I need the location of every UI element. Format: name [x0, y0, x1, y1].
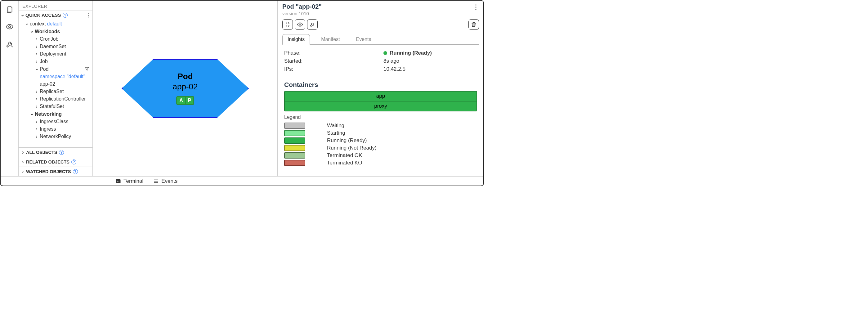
pod-name: app-02 — [173, 82, 198, 92]
section-quick-access[interactable]: QUICK ACCESS ? ⋮ — [19, 10, 92, 19]
status-bar: Terminal Events — [1, 176, 483, 185]
section-watched-objects[interactable]: WATCHED OBJECTS ? — [19, 167, 92, 176]
chevron-right-icon — [35, 36, 38, 42]
tab-manifest[interactable]: Manifest — [316, 34, 345, 44]
legend-swatch — [284, 160, 305, 166]
tools-icon[interactable] — [5, 40, 14, 49]
help-icon[interactable]: ? — [71, 159, 76, 164]
eye-icon[interactable] — [5, 22, 14, 31]
details-menu-icon[interactable]: ⋮ — [473, 3, 479, 10]
tree-item-ingress[interactable]: Ingress — [21, 125, 91, 133]
section-related-objects[interactable]: RELATED OBJECTS ? — [19, 157, 92, 167]
explorer-title: EXPLORER — [19, 1, 92, 10]
legend-row: Running (Not Ready) — [284, 144, 477, 152]
chevron-right-icon — [35, 89, 38, 94]
collapsed-sections: ALL OBJECTS ? RELATED OBJECTS ? WATCHED … — [19, 147, 92, 176]
tree-item-daemonset[interactable]: DaemonSet — [21, 43, 91, 50]
kv-ips: IPs: 10.42.2.5 — [284, 65, 477, 73]
legend-row: Waiting — [284, 122, 477, 129]
list-icon — [153, 178, 159, 184]
status-terminal[interactable]: Terminal — [115, 178, 143, 184]
legend-swatch — [284, 130, 305, 136]
chevron-right-icon — [21, 150, 25, 155]
tree-item-label: ReplicationController — [40, 96, 86, 102]
tree-group-networking[interactable]: Networking — [21, 110, 91, 118]
tree-item-label: Job — [40, 59, 48, 64]
containers-list: app proxy — [284, 91, 477, 111]
tree-item-replicaset[interactable]: ReplicaSet — [21, 88, 91, 95]
pod-node[interactable]: Pod app-02 A P — [122, 59, 249, 118]
legend-row: Terminated OK — [284, 152, 477, 159]
watch-button[interactable] — [295, 19, 305, 30]
tree-item-cronjob[interactable]: CronJob — [21, 35, 91, 43]
chevron-right-icon — [35, 96, 38, 102]
chevron-right-icon — [35, 44, 38, 49]
help-icon[interactable]: ? — [73, 169, 78, 174]
tree-item-app-02[interactable]: app-02 — [21, 80, 91, 88]
kv-key: Started: — [284, 58, 380, 64]
chevron-right-icon — [35, 126, 38, 132]
details-panel: Pod "app-02" version 1010 ⋮ — [277, 1, 483, 176]
context-name[interactable]: default — [47, 21, 62, 27]
group-label: Networking — [35, 111, 62, 117]
tree-item-label: Ingress — [40, 126, 56, 132]
legend-row: Running (Ready) — [284, 137, 477, 144]
status-events[interactable]: Events — [153, 178, 178, 184]
legend-label: Terminated KO — [327, 160, 362, 166]
legend-swatch — [284, 138, 305, 144]
chevron-right-icon — [35, 59, 38, 64]
pod-badge-p: P — [185, 97, 193, 104]
activity-bar — [1, 1, 19, 176]
edit-button[interactable] — [307, 19, 318, 30]
tree-item-label: namespace "default" — [40, 74, 85, 80]
kv-value: 8s ago — [383, 58, 399, 64]
tree-context[interactable]: context default — [21, 20, 91, 28]
collapse-button[interactable] — [282, 19, 293, 30]
svg-point-1 — [299, 24, 301, 25]
tree-item-label: DaemonSet — [40, 44, 66, 49]
canvas-area[interactable]: Pod app-02 A P — [93, 1, 277, 176]
kv-started: Started: 8s ago — [284, 57, 477, 65]
help-icon[interactable]: ? — [63, 13, 68, 18]
legend-list: WaitingStartingRunning (Ready)Running (N… — [284, 122, 477, 167]
tree-item-replicationcontroller[interactable]: ReplicationController — [21, 95, 91, 103]
section-menu-icon[interactable]: ⋮ — [86, 12, 91, 18]
pod-kind: Pod — [178, 72, 193, 81]
help-icon[interactable]: ? — [59, 150, 64, 155]
tree-item-label: app-02 — [40, 81, 55, 87]
tree-item-statefulset[interactable]: StatefulSet — [21, 103, 91, 110]
tree-item-ingressclass[interactable]: IngressClass — [21, 118, 91, 125]
main-area: EXPLORER QUICK ACCESS ? ⋮ context defaul… — [1, 1, 483, 176]
tree-item-pod[interactable]: Pod — [21, 65, 91, 73]
container-row-proxy[interactable]: proxy — [285, 101, 476, 111]
tree-item-label: Deployment — [40, 51, 66, 57]
section-label: ALL OBJECTS — [26, 150, 57, 155]
files-icon[interactable] — [5, 5, 14, 14]
chevron-down-icon — [25, 21, 29, 27]
tree-group-workloads[interactable]: Workloads — [21, 28, 91, 35]
chevron-down-icon — [30, 29, 33, 34]
legend-swatch — [284, 123, 305, 129]
filter-icon[interactable] — [84, 66, 90, 72]
legend-swatch — [284, 152, 305, 158]
details-title: Pod "app-02" — [282, 3, 322, 10]
tree-item-label: Pod — [40, 66, 49, 72]
tab-events[interactable]: Events — [351, 34, 376, 44]
tree-item-job[interactable]: Job — [21, 58, 91, 65]
tab-insights-body: Phase: Running (Ready) Started: 8s ago I… — [282, 44, 479, 169]
tab-insights[interactable]: Insights — [282, 34, 310, 45]
tree-item-deployment[interactable]: Deployment — [21, 50, 91, 58]
chevron-right-icon — [35, 103, 38, 109]
tree-item-namespace-default[interactable]: namespace "default" — [21, 73, 91, 80]
chevron-down-icon — [21, 12, 24, 18]
section-all-objects[interactable]: ALL OBJECTS ? — [19, 147, 92, 157]
chevron-right-icon — [35, 119, 38, 124]
chevron-right-icon — [35, 51, 38, 57]
tree-item-networkpolicy[interactable]: NetworkPolicy — [21, 133, 91, 140]
legend-label: Running (Not Ready) — [327, 145, 377, 151]
divider — [284, 77, 477, 77]
section-label: RELATED OBJECTS — [26, 159, 69, 164]
app-window: EXPLORER QUICK ACCESS ? ⋮ context defaul… — [0, 0, 484, 186]
delete-button[interactable] — [468, 19, 479, 30]
container-row-app[interactable]: app — [285, 92, 476, 101]
